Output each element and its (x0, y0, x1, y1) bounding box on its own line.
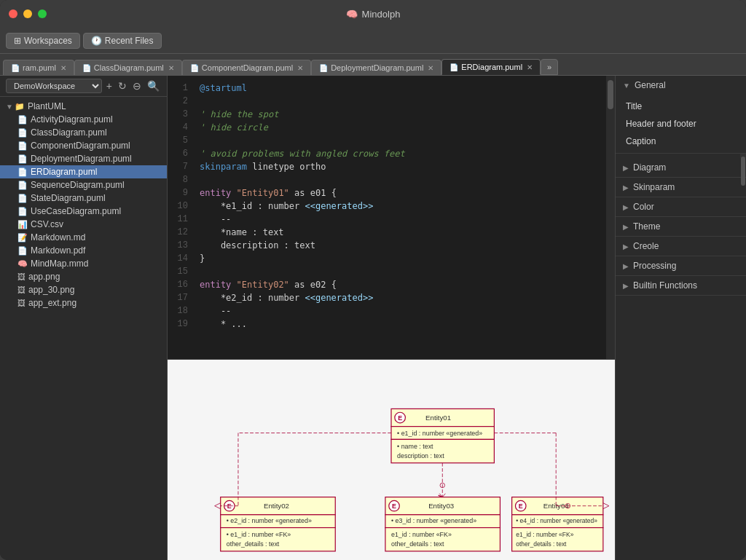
tree-item-app30png[interactable]: 🖼 app_30.png (0, 283, 167, 296)
svg-text:Entity02: Entity02 (264, 502, 289, 510)
tree-item-usecase[interactable]: 📄 UseCaseDiagram.puml (0, 205, 167, 218)
tab-close-er[interactable]: ✕ (527, 63, 533, 71)
svg-text:Entity01: Entity01 (425, 414, 451, 422)
tree-item-class[interactable]: 📄 ClassDiagram.puml (0, 126, 167, 139)
tree-item-appextpng[interactable]: 🖼 app_ext.png (0, 296, 167, 309)
refresh-button[interactable]: ↻ (117, 79, 128, 93)
tree-item-markdown-pdf[interactable]: 📄 Markdown.pdf (0, 244, 167, 257)
panel-section-diagram-header[interactable]: ▶ Diagram (616, 158, 746, 177)
tab-class[interactable]: 📄 ClassDiagram.puml ✕ (74, 60, 182, 75)
tab-close-class[interactable]: ✕ (168, 64, 174, 72)
panel-section-theme-label: Theme (633, 221, 660, 232)
general-item-caption[interactable]: Caption (616, 133, 746, 150)
panel-section-builtin: ▶ Builtin Functions (616, 276, 746, 296)
panel-section-theme: ▶ Theme (616, 217, 746, 237)
panel-section-general: ▼ General Title Header and footer Captio… (616, 76, 746, 154)
svg-text:other_details : text: other_details : text (391, 540, 444, 548)
add-workspace-button[interactable]: + (105, 79, 114, 93)
panel-section-skinparam-label: Skinparam (633, 182, 675, 192)
tree-item-activity[interactable]: 📄 ActivityDiagram.puml (0, 113, 167, 126)
tab-er[interactable]: 📄 ERDiagram.puml ✕ (441, 59, 541, 75)
close-button[interactable] (9, 9, 17, 18)
panel-section-processing-label: Processing (633, 261, 676, 271)
line-numbers: 12345678910111213141516171819 (168, 76, 194, 359)
panel-section-general-header[interactable]: ▼ General (616, 76, 746, 95)
tabbar: 📄 ram.puml ✕ 📄 ClassDiagram.puml ✕ 📄 Com… (0, 54, 746, 76)
pdf-icon: 📄 (17, 246, 28, 256)
scrollbar-thumb[interactable] (608, 80, 613, 109)
code-content[interactable]: @startuml ' hide the spot ' hide circle … (194, 76, 606, 359)
panel-section-processing-header[interactable]: ▶ Processing (616, 256, 746, 275)
mmd-icon: 🧠 (17, 259, 28, 269)
tab-icon: 📄 (449, 63, 458, 71)
svg-text:• e3_id : number «generated»: • e3_id : number «generated» (391, 517, 476, 524)
panel-section-creole-label: Creole (633, 241, 659, 251)
panel-section-color-header[interactable]: ▶ Color (616, 197, 746, 216)
tab-ram[interactable]: 📄 ram.puml ✕ (3, 60, 74, 75)
workspaces-button[interactable]: ⊞ Workspaces (6, 33, 80, 49)
tree-item-label: app_30.png (28, 285, 74, 295)
tree-item-markdown-md[interactable]: 📝 Markdown.md (0, 231, 167, 244)
panel-arrow-right-icon: ▶ (623, 242, 629, 251)
tree-item-label: SequenceDiagram.puml (31, 180, 125, 190)
main-content: DemoWorkspace + ↻ ⊖ 🔍 ▼ 📁 PlantUML 📄 Act… (0, 76, 746, 560)
panel-section-skinparam-header[interactable]: ▶ Skinparam (616, 178, 746, 197)
tree-toggle-icon: ▼ (6, 103, 13, 111)
workspace-selector[interactable]: DemoWorkspace (6, 79, 102, 93)
csv-icon: 📊 (17, 220, 28, 229)
panel-section-creole: ▶ Creole (616, 237, 746, 256)
tree-item-deployment[interactable]: 📄 DeploymentDiagram.puml (0, 152, 167, 165)
tree-item-label: StateDiagram.puml (31, 193, 106, 203)
tree-root-plantuml[interactable]: ▼ 📁 PlantUML (0, 100, 167, 113)
md-icon: 📝 (17, 233, 28, 242)
svg-text:• name : text: • name : text (397, 443, 433, 450)
tab-close-ram[interactable]: ✕ (60, 64, 66, 72)
tree-item-label: ERDiagram.puml (31, 167, 97, 177)
tab-close-deployment[interactable]: ✕ (428, 64, 433, 72)
png-icon: 🖼 (17, 285, 25, 294)
file-icon: 📄 (17, 167, 28, 177)
tree-item-label: app.png (28, 272, 60, 282)
panel-arrow-right-icon: ▶ (623, 184, 629, 192)
recent-files-button[interactable]: 🕐 Recent Files (83, 33, 162, 49)
tree-item-state[interactable]: 📄 StateDiagram.puml (0, 192, 167, 205)
tab-component[interactable]: 📄 ComponentDiagram.puml ✕ (182, 60, 311, 75)
tree-item-sequence[interactable]: 📄 SequenceDiagram.puml (0, 178, 167, 192)
panel-section-creole-header[interactable]: ▶ Creole (616, 237, 746, 256)
panel-arrow-right-icon: ▶ (623, 203, 629, 211)
maximize-button[interactable] (38, 9, 47, 18)
tree-item-component[interactable]: 📄 ComponentDiagram.puml (0, 139, 167, 152)
file-icon: 📄 (17, 141, 28, 151)
general-item-title[interactable]: Title (616, 98, 746, 115)
vertical-scrollbar[interactable] (606, 76, 615, 359)
search-button[interactable]: 🔍 (146, 79, 161, 93)
app-icon: 🧠 (346, 9, 358, 20)
svg-text:Entity03: Entity03 (428, 502, 454, 510)
entity02-group: E Entity02 • e2_id : number «generated» … (221, 497, 336, 551)
sidebar: DemoWorkspace + ↻ ⊖ 🔍 ▼ 📁 PlantUML 📄 Act… (0, 76, 168, 560)
svg-text:E: E (392, 502, 396, 510)
tree-item-apppng[interactable]: 🖼 app.png (0, 270, 167, 283)
tree-item-mindmap[interactable]: 🧠 MindMap.mmd (0, 257, 167, 270)
tab-deployment[interactable]: 📄 DeploymentDiagram.puml ✕ (311, 60, 441, 75)
general-item-header-footer[interactable]: Header and footer (616, 115, 746, 133)
svg-text:e1_id : number «FK»: e1_id : number «FK» (391, 531, 452, 538)
tree-item-er[interactable]: 📄 ERDiagram.puml (0, 165, 167, 178)
sidebar-header: DemoWorkspace + ↻ ⊖ 🔍 (0, 76, 167, 97)
panel-section-theme-header[interactable]: ▶ Theme (616, 217, 746, 236)
general-items: Title Header and footer Caption (616, 95, 746, 153)
svg-text:• e1_id : number «FK»: • e1_id : number «FK» (227, 531, 291, 538)
svg-text:• e1_id : number «generated»: • e1_id : number «generated» (397, 430, 482, 437)
app-title: 🧠 Mindolph (346, 9, 401, 20)
sidebar-tree: ▼ 📁 PlantUML 📄 ActivityDiagram.puml 📄 Cl… (0, 97, 167, 560)
tab-overflow-button[interactable]: » (541, 59, 558, 75)
panel-arrow-right-icon: ▶ (623, 164, 629, 172)
collapse-button[interactable]: ⊖ (131, 79, 143, 93)
folder-icon: 📁 (15, 102, 25, 111)
editor-area: 12345678910111213141516171819 @startuml … (168, 76, 615, 560)
panel-section-builtin-header[interactable]: ▶ Builtin Functions (616, 276, 746, 295)
minimize-button[interactable] (23, 9, 32, 18)
tab-close-component[interactable]: ✕ (297, 64, 303, 72)
tree-item-label: UseCaseDiagram.puml (31, 206, 121, 216)
tree-item-csv[interactable]: 📊 CSV.csv (0, 218, 167, 231)
